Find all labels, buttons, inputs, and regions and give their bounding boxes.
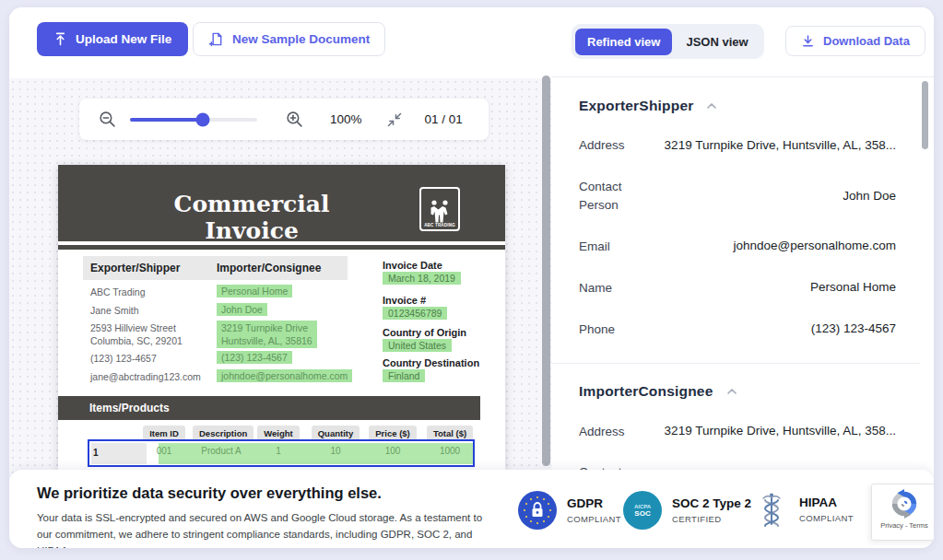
download-icon (801, 34, 815, 48)
gdpr-subtitle: COMPLIANT (567, 514, 621, 524)
upload-icon (53, 32, 67, 46)
download-button-label: Download Data (823, 34, 910, 48)
gdpr-badge: GDPR COMPLIANT (518, 491, 621, 530)
invoice-title: Commercial Invoice (134, 191, 370, 244)
soc-icon-line2: SOC (634, 509, 650, 518)
zoom-out-icon[interactable] (98, 110, 117, 129)
document-preview[interactable]: Commercial Invoice ABC TRADING Exporter/… (58, 165, 505, 470)
field-row: Name Personal Home (579, 278, 896, 298)
zoom-slider-thumb[interactable] (195, 112, 209, 126)
soc2-title: SOC 2 Type 2 (672, 496, 751, 510)
row-weight: 1 (250, 446, 307, 456)
download-data-button[interactable]: Download Data (785, 26, 925, 56)
field-row: Contact Person John Doe (579, 178, 896, 216)
importer-email-highlight: johndoe@personalhome.com (217, 369, 352, 382)
field-value: Personal Home (810, 278, 896, 298)
invoice-header-rule (58, 245, 505, 250)
field-row: Email johndoe@personalhome.com (579, 237, 896, 256)
handshake-people-icon (426, 199, 454, 223)
exporter-phone: (123) 123-4657 (90, 353, 157, 364)
items-products-bar: Items/Products (58, 396, 480, 420)
upload-button-label: Upload New File (76, 32, 171, 46)
tab-json-view[interactable]: JSON view (674, 29, 760, 55)
gdpr-lock-icon (518, 491, 557, 530)
invoice-number-label: Invoice # (383, 295, 426, 306)
exporter-address-line1: 2593 Hillview Street (90, 322, 176, 333)
chevron-up-icon[interactable] (725, 384, 739, 399)
viewer-toolbar: 100% 01 / 01 (79, 99, 489, 140)
importer-company-highlight: Personal Home (217, 285, 292, 298)
upload-new-file-button[interactable]: Upload New File (37, 22, 188, 56)
exporter-contact: Jane Smith (90, 305, 139, 316)
recaptcha-widget[interactable]: Privacy - Terms (871, 484, 934, 541)
section-title-importer-consignee: ImporterConsignee (579, 383, 713, 400)
field-value: 3219 Turnpike Drive, Huntsville, AL, 358… (665, 422, 896, 441)
security-footer: We prioritize data security over everyth… (9, 470, 934, 548)
field-label: Contact Person (579, 178, 653, 216)
main-card: Upload New File New Sample Document 100% (9, 7, 934, 548)
abc-trading-logo: ABC TRADING (419, 187, 460, 231)
sample-button-label: New Sample Document (232, 32, 370, 46)
importer-address-line1: 3219 Turnpike Drive (221, 321, 312, 334)
zoom-slider[interactable] (130, 118, 257, 122)
soc2-badge: AICPA SOC SOC 2 Type 2 CERTIFIED (623, 491, 751, 530)
importer-address-highlight: 3219 Turnpike Drive Huntsville, AL, 3581… (217, 321, 317, 348)
document-viewer-scrollbar[interactable] (542, 76, 550, 466)
chevron-up-icon[interactable] (704, 99, 719, 113)
invoice-number-value: 0123456789 (383, 307, 447, 320)
security-body-text: Your data is SSL-encrypted and secured o… (37, 510, 485, 548)
section-divider (551, 363, 920, 364)
exporter-company: ABC Trading (90, 286, 146, 298)
logo-caption: ABC TRADING (424, 223, 455, 228)
country-destination-value: Finland (383, 369, 425, 382)
extraction-panel: Refined view JSON view Download Data Exp… (551, 7, 934, 548)
zoom-in-icon[interactable] (285, 110, 304, 129)
items-products-label: Items/Products (89, 402, 170, 414)
document-plus-icon (208, 31, 224, 47)
view-tab-group: Refined view JSON view (572, 24, 764, 59)
field-row: Phone (123) 123-4567 (579, 320, 896, 339)
row-quantity: 10 (307, 446, 364, 456)
section-title-exporter-shipper: ExporterShipper (579, 98, 693, 114)
field-row: Contact (579, 463, 896, 470)
extraction-fields: ExporterShipper Address 3219 Turnpike Dr… (551, 78, 920, 470)
field-label: Email (579, 238, 653, 256)
invoice-date-label: Invoice Date (383, 260, 442, 271)
country-destination-label: Country Destination (383, 357, 479, 368)
field-label: Address (579, 136, 653, 155)
recaptcha-caption: Privacy - Terms (880, 521, 928, 530)
hipaa-badge: HIPAA COMPLIANT (754, 491, 854, 528)
field-value: johndoe@personalhome.com (733, 237, 896, 256)
hipaa-title: HIPAA (799, 496, 854, 509)
extraction-panel-scrollbar[interactable] (922, 81, 928, 149)
invoice-header-band: Commercial Invoice ABC TRADING (58, 165, 505, 241)
importer-phone-highlight: (123) 123-4567 (217, 351, 292, 364)
row-description: Product A (193, 446, 250, 456)
aicpa-soc-icon: AICPA SOC (623, 491, 662, 530)
security-heading: We prioritize data security over everyth… (37, 484, 382, 502)
exporter-column-header: Exporter/Shipper (90, 262, 180, 274)
field-label: Name (579, 279, 653, 298)
country-origin-label: Country of Origin (383, 327, 466, 338)
caduceus-icon (754, 491, 789, 528)
row-price: 100 (364, 446, 421, 456)
field-label: Address (579, 423, 653, 441)
fit-to-screen-icon[interactable] (386, 111, 403, 128)
soc2-subtitle: CERTIFIED (672, 514, 751, 524)
country-origin-value: United States (383, 339, 452, 352)
gdpr-title: GDPR (567, 496, 621, 510)
invoice-date-value: March 18, 2019 (383, 272, 461, 285)
importer-contact-highlight: John Doe (217, 303, 267, 316)
field-label: Phone (579, 321, 653, 339)
new-sample-document-button[interactable]: New Sample Document (193, 22, 385, 56)
zoom-slider-fill (130, 118, 203, 122)
field-row: Address 3219 Turnpike Drive, Huntsville,… (579, 136, 896, 156)
field-value: (123) 123-4567 (811, 320, 896, 339)
importer-column-header: Importer/Consignee (217, 262, 321, 274)
zoom-level-value: 100% (330, 112, 362, 126)
extraction-panel-header: Refined view JSON view Download Data (551, 7, 934, 77)
exporter-address-line2: Columbia, SC, 29201 (90, 335, 183, 346)
tab-refined-view[interactable]: Refined view (575, 29, 672, 55)
importer-address-line2: Huntsville, AL, 35816 (221, 334, 312, 347)
recaptcha-logo-icon (889, 488, 920, 519)
